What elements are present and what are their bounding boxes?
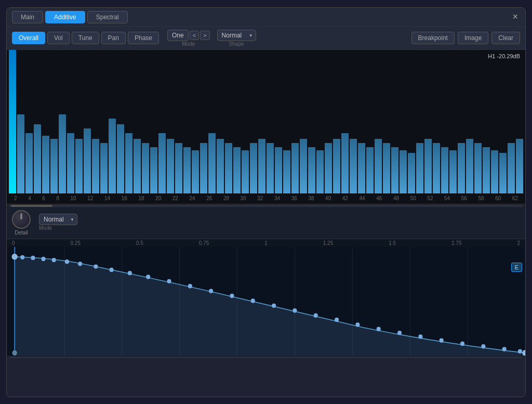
detail-mode-select[interactable]: Normal Fine Smooth bbox=[39, 214, 77, 225]
spectrum-bar-60[interactable] bbox=[508, 143, 515, 193]
envelope-axis: 00.250.50.7511.251.51.752 bbox=[7, 239, 525, 247]
clear-button[interactable]: Clear bbox=[491, 32, 520, 44]
spectrum-bar-48[interactable] bbox=[408, 153, 415, 193]
spectrum-bar-8[interactable] bbox=[75, 139, 83, 193]
envelope-svg[interactable] bbox=[7, 247, 525, 356]
envelope-scrollbar[interactable] bbox=[7, 356, 525, 358]
spectrum-bar-46[interactable] bbox=[391, 147, 398, 193]
nav-next-button[interactable]: > bbox=[200, 31, 209, 40]
shape-select[interactable]: Normal Sine Saw Square Triangle bbox=[217, 30, 256, 41]
spectrum-bar-55[interactable] bbox=[466, 139, 473, 193]
spectrum-bar-42[interactable] bbox=[358, 143, 365, 193]
spectrum-bar-53[interactable] bbox=[449, 150, 457, 193]
spectrum-bar-36[interactable] bbox=[308, 147, 315, 193]
spectrum-bar-61[interactable] bbox=[516, 139, 523, 193]
axis-number: 16 bbox=[122, 196, 127, 201]
spectrum-bar-4[interactable] bbox=[42, 136, 49, 193]
spectrum-bar-52[interactable] bbox=[441, 147, 448, 193]
spectrum-bar-20[interactable] bbox=[175, 143, 182, 193]
spectrum-bar-49[interactable] bbox=[416, 143, 423, 193]
spectrum-bar-32[interactable] bbox=[275, 147, 282, 193]
envelope-canvas[interactable]: E bbox=[7, 247, 525, 356]
spectrum-bar-14[interactable] bbox=[125, 133, 132, 193]
tab-phase[interactable]: Phase bbox=[128, 32, 159, 44]
tab-overall[interactable]: Overall bbox=[12, 32, 45, 44]
spectrum-bar-38[interactable] bbox=[325, 143, 332, 193]
image-button[interactable]: Image bbox=[458, 32, 488, 44]
spectrum-bar-43[interactable] bbox=[366, 147, 374, 193]
detail-row: Detail Normal Fine Smooth Mode bbox=[7, 207, 525, 239]
spectrum-bar-40[interactable] bbox=[341, 133, 349, 193]
spectrum-bar-58[interactable] bbox=[491, 150, 498, 193]
tab-additive[interactable]: Additive bbox=[45, 11, 85, 23]
spectrum-bar-51[interactable] bbox=[433, 143, 440, 193]
spectrum-bar-44[interactable] bbox=[375, 139, 382, 193]
svg-point-14 bbox=[31, 255, 35, 259]
env-axis-value: 1 bbox=[264, 240, 268, 246]
spectrum-bar-7[interactable] bbox=[67, 133, 74, 193]
tab-spectral[interactable]: Spectral bbox=[87, 11, 128, 23]
spectrum-bar-21[interactable] bbox=[183, 147, 191, 193]
spectrum-bar-56[interactable] bbox=[474, 143, 482, 193]
spectrum-bar-41[interactable] bbox=[350, 139, 357, 193]
spectrum-bar-39[interactable] bbox=[333, 139, 340, 193]
spectrum-bar-28[interactable] bbox=[242, 150, 249, 193]
spectrum-bar-16[interactable] bbox=[142, 143, 149, 193]
spectrum-bar-47[interactable] bbox=[400, 150, 407, 193]
spectrum-bar-57[interactable] bbox=[483, 147, 490, 193]
spectrum-bar-5[interactable] bbox=[50, 139, 58, 193]
spectrum-bar-12[interactable] bbox=[109, 119, 116, 193]
spectrum-scrollbar[interactable] bbox=[7, 204, 525, 208]
spectrum-area[interactable]: H1 -20.29dB 2468101214161820222426283032… bbox=[7, 50, 525, 206]
spectrum-bar-18[interactable] bbox=[158, 133, 166, 193]
spectrum-bar-45[interactable] bbox=[383, 143, 390, 193]
spectrum-bar-15[interactable] bbox=[134, 139, 141, 193]
detail-mode-label: Mode bbox=[39, 225, 77, 231]
tab-tune[interactable]: Tune bbox=[72, 32, 99, 44]
nav-prev-button[interactable]: < bbox=[190, 31, 199, 40]
bars-container[interactable] bbox=[7, 50, 525, 193]
spectrum-bar-1[interactable] bbox=[17, 114, 24, 193]
breakpoint-button[interactable]: Breakpoint bbox=[411, 32, 455, 44]
spectrum-bar-34[interactable] bbox=[291, 143, 299, 193]
spectrum-bar-10[interactable] bbox=[92, 139, 99, 193]
spectrum-bar-2[interactable] bbox=[25, 133, 33, 193]
spectrum-bar-25[interactable] bbox=[217, 139, 224, 193]
spectrum-bar-33[interactable] bbox=[283, 150, 290, 193]
spectrum-bar-26[interactable] bbox=[225, 143, 232, 193]
spectrum-bar-17[interactable] bbox=[150, 147, 157, 193]
spectrum-bar-9[interactable] bbox=[84, 128, 91, 193]
detail-knob[interactable] bbox=[12, 210, 31, 229]
mode-label: Mode bbox=[182, 41, 195, 47]
tab-pan[interactable]: Pan bbox=[101, 32, 126, 44]
spectrum-bar-29[interactable] bbox=[250, 143, 257, 193]
spectrum-bar-27[interactable] bbox=[233, 147, 241, 193]
envelope-end-label[interactable]: E bbox=[511, 263, 522, 272]
spectrum-bar-22[interactable] bbox=[192, 150, 199, 193]
axis-number: 22 bbox=[172, 196, 178, 201]
spectrum-bar-24[interactable] bbox=[208, 133, 216, 193]
spectrum-bar-54[interactable] bbox=[458, 143, 465, 193]
svg-point-29 bbox=[292, 308, 297, 312]
scroll-thumb[interactable] bbox=[11, 205, 52, 207]
spectrum-bar-0[interactable] bbox=[9, 50, 16, 193]
spectrum-bar-23[interactable] bbox=[200, 143, 207, 193]
spectrum-bar-19[interactable] bbox=[167, 139, 174, 193]
env-scroll-track bbox=[9, 357, 523, 358]
env-axis-value: 1.25 bbox=[323, 240, 333, 246]
spectrum-bar-11[interactable] bbox=[100, 143, 108, 193]
close-button[interactable]: × bbox=[510, 11, 520, 22]
spectrum-bar-37[interactable] bbox=[316, 150, 324, 193]
tab-vol[interactable]: Vol bbox=[47, 32, 70, 44]
spectrum-bar-30[interactable] bbox=[258, 139, 265, 193]
spectrum-bar-13[interactable] bbox=[117, 124, 124, 193]
envelope-area[interactable]: 00.250.50.7511.251.51.752 bbox=[7, 239, 525, 358]
spectrum-bar-3[interactable] bbox=[34, 124, 41, 193]
spectrum-bar-35[interactable] bbox=[300, 139, 307, 193]
spectrum-bar-59[interactable] bbox=[499, 153, 507, 193]
spectrum-bar-50[interactable] bbox=[424, 139, 432, 193]
spectrum-bar-31[interactable] bbox=[267, 143, 274, 193]
tab-main[interactable]: Main bbox=[12, 11, 43, 23]
spectrum-bar-6[interactable] bbox=[59, 114, 66, 193]
spectrum-canvas[interactable] bbox=[7, 50, 525, 193]
